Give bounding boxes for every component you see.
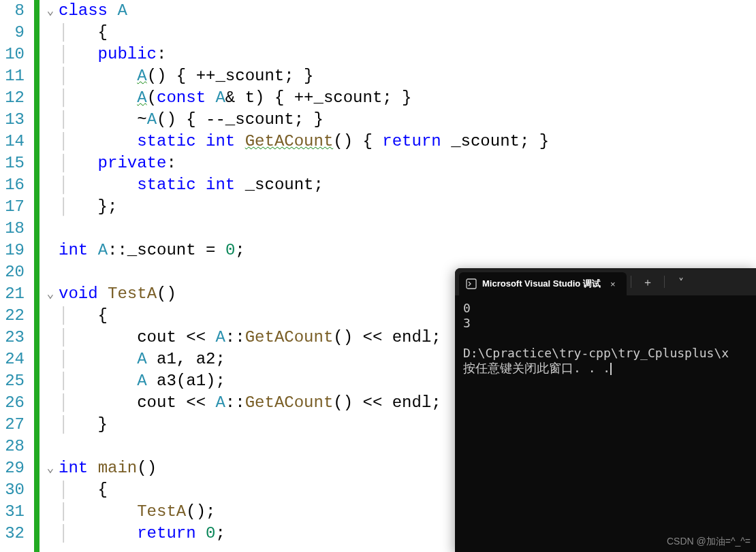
- terminal-tab[interactable]: Microsoft Visual Studio 调试 ×: [459, 272, 627, 295]
- line-number: 21: [0, 283, 29, 305]
- fold-spacer: [42, 436, 59, 457]
- terminal-line: 3: [463, 316, 748, 331]
- terminal-cursor: [610, 363, 612, 375]
- fold-spacer: [42, 414, 59, 436]
- line-number: 14: [0, 131, 29, 152]
- fold-spacer: [42, 65, 59, 87]
- terminal-line: D:\Cpractice\try-cpp\try_Cplusplus\x: [463, 346, 748, 361]
- line-number: 28: [0, 436, 29, 457]
- line-number: 15: [0, 152, 29, 174]
- fold-spacer: [42, 261, 59, 283]
- fold-spacer: [42, 305, 59, 327]
- code-line[interactable]: │ };: [59, 196, 756, 218]
- svg-rect-0: [467, 279, 476, 289]
- terminal-tab-title: Microsoft Visual Studio 调试: [482, 278, 601, 290]
- line-number: 23: [0, 327, 29, 348]
- terminal-output[interactable]: 03 D:\Cpractice\try-cpp\try_Cplusplus\x按…: [455, 295, 756, 381]
- code-line[interactable]: int A::_scount = 0;: [59, 240, 756, 261]
- fold-spacer: [42, 370, 59, 392]
- line-number: 9: [0, 22, 29, 44]
- line-number-gutter: 8910111213141516171819202122232425262728…: [0, 0, 34, 552]
- line-number: 32: [0, 523, 29, 545]
- line-number: 10: [0, 44, 29, 65]
- code-line[interactable]: class A: [59, 0, 756, 22]
- line-number: 22: [0, 305, 29, 327]
- fold-toggle-icon[interactable]: ⌄: [42, 457, 59, 479]
- line-number: 8: [0, 0, 29, 22]
- chevron-down-icon: ˅: [678, 276, 684, 289]
- code-line[interactable]: │ public:: [59, 44, 756, 65]
- code-line[interactable]: [59, 218, 756, 240]
- line-number: 11: [0, 65, 29, 87]
- fold-column[interactable]: ⌄ ⌄ ⌄: [42, 0, 59, 552]
- fold-spacer: [42, 240, 59, 261]
- terminal-titlebar[interactable]: Microsoft Visual Studio 调试 × ＋ ˅: [455, 268, 756, 295]
- line-number: 24: [0, 348, 29, 370]
- line-number: 12: [0, 87, 29, 109]
- fold-spacer: [42, 22, 59, 44]
- fold-spacer: [42, 87, 59, 109]
- fold-spacer: [42, 109, 59, 131]
- fold-spacer: [42, 218, 59, 240]
- debug-terminal-window[interactable]: Microsoft Visual Studio 调试 × ＋ ˅ 03 D:\C…: [455, 268, 756, 552]
- terminal-actions: ＋ ˅: [629, 268, 695, 295]
- line-number: 26: [0, 392, 29, 414]
- fold-spacer: [42, 131, 59, 152]
- line-number: 31: [0, 501, 29, 523]
- divider: [631, 276, 631, 288]
- divider: [664, 276, 665, 288]
- terminal-line: [463, 331, 748, 346]
- plus-icon: ＋: [642, 276, 653, 290]
- code-line[interactable]: │ A(const A& t) { ++_scount; }: [59, 87, 756, 109]
- fold-spacer: [42, 392, 59, 414]
- code-line[interactable]: │ A() { ++_scount; }: [59, 65, 756, 87]
- code-line[interactable]: │ {: [59, 22, 756, 44]
- code-line[interactable]: │ static int _scount;: [59, 174, 756, 196]
- fold-toggle-icon[interactable]: ⌄: [42, 283, 59, 305]
- line-number: 19: [0, 240, 29, 261]
- new-tab-button[interactable]: ＋: [634, 272, 661, 295]
- code-line[interactable]: │ ~A() { --_scount; }: [59, 109, 756, 131]
- code-line[interactable]: │ static int GetACount() { return _scoun…: [59, 131, 756, 152]
- line-number: 17: [0, 196, 29, 218]
- line-number: 20: [0, 261, 29, 283]
- code-line[interactable]: │ private:: [59, 152, 756, 174]
- fold-spacer: [42, 152, 59, 174]
- fold-spacer: [42, 327, 59, 348]
- terminal-app-icon: [466, 278, 477, 289]
- tab-dropdown-button[interactable]: ˅: [667, 272, 695, 295]
- fold-toggle-icon[interactable]: ⌄: [42, 0, 59, 22]
- fold-spacer: [42, 44, 59, 65]
- terminal-line: 按任意键关闭此窗口. . .: [463, 361, 748, 376]
- fold-spacer: [42, 174, 59, 196]
- line-number: 27: [0, 414, 29, 436]
- change-indicator-bar: [34, 0, 40, 552]
- line-number: 13: [0, 109, 29, 131]
- line-number: 29: [0, 457, 29, 479]
- fold-spacer: [42, 348, 59, 370]
- watermark: CSDN @加油=^_^=: [667, 536, 751, 548]
- fold-spacer: [42, 196, 59, 218]
- line-number: 25: [0, 370, 29, 392]
- fold-spacer: [42, 479, 59, 501]
- line-number: 18: [0, 218, 29, 240]
- terminal-line: 0: [463, 301, 748, 316]
- line-number: 30: [0, 479, 29, 501]
- close-icon[interactable]: ×: [606, 279, 620, 289]
- fold-spacer: [42, 523, 59, 545]
- line-number: 16: [0, 174, 29, 196]
- fold-spacer: [42, 501, 59, 523]
